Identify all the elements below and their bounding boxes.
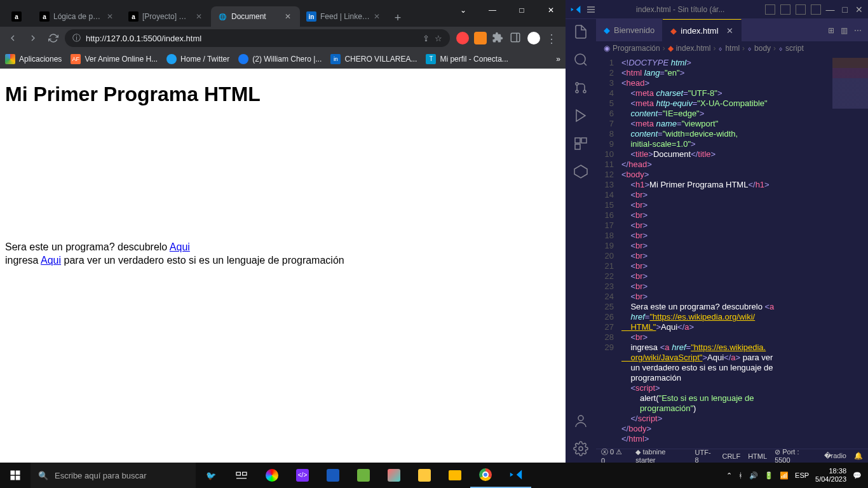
status-eol[interactable]: CRLF	[722, 452, 740, 460]
chrome-toolbar: ⓘ http://127.0.0.1:5500/index.html ⇪ ☆ ⋮	[0, 27, 566, 50]
taskbar-explorer-icon[interactable]	[440, 463, 470, 488]
taskbar-cortana-icon[interactable]: 🐦	[196, 463, 226, 488]
bookmark-item[interactable]: TMi perfil - Conecta...	[426, 54, 508, 64]
taskbar-app-icon[interactable]	[348, 463, 379, 488]
explorer-icon[interactable]	[573, 24, 588, 39]
chrome-minimize-icon[interactable]: —	[478, 0, 507, 20]
bookmark-star-icon[interactable]: ☆	[435, 34, 442, 43]
page-link-aqui[interactable]: Aqui	[41, 255, 61, 266]
account-icon[interactable]	[573, 413, 588, 428]
bookmarks-overflow-icon[interactable]: »	[556, 55, 560, 64]
compare-icon[interactable]: ⊞	[828, 26, 834, 35]
chrome-close-icon[interactable]: ✕	[536, 0, 566, 20]
svg-line-6	[584, 63, 587, 65]
status-errors[interactable]: ⓧ 0 ⚠ 0	[601, 447, 628, 464]
start-button[interactable]	[0, 463, 31, 488]
status-port[interactable]: ⊘ Port : 5500	[775, 448, 816, 464]
svg-point-15	[578, 416, 583, 421]
source-control-icon[interactable]	[573, 80, 588, 95]
tab-close-icon[interactable]: ✕	[374, 12, 383, 21]
site-info-icon[interactable]: ⓘ	[72, 32, 81, 44]
address-bar[interactable]: ⓘ http://127.0.0.1:5500/index.html ⇪ ☆	[65, 29, 450, 47]
svg-rect-18	[16, 471, 20, 475]
page-link-aqui[interactable]: Aqui	[170, 241, 190, 252]
favicon-icon: a	[11, 11, 22, 22]
reload-button[interactable]	[44, 29, 62, 47]
tabnine-icon[interactable]	[573, 164, 588, 179]
vscode-close-icon[interactable]: ✕	[855, 4, 863, 15]
vscode-maximize-icon[interactable]: □	[843, 4, 848, 15]
chrome-tab[interactable]: inFeed | LinkedIn✕	[300, 6, 389, 27]
extensions-icon[interactable]	[573, 136, 588, 151]
vscode-appmenu-icon[interactable]	[586, 4, 596, 15]
profile-avatar[interactable]	[527, 32, 540, 44]
vscode-tab-file[interactable]: ◆index.html✕	[663, 19, 741, 41]
extensions-area: ⋮	[452, 32, 562, 44]
status-encoding[interactable]: UTF-8	[695, 449, 715, 464]
apps-shortcut[interactable]: Aplicaciones	[5, 54, 62, 64]
taskbar-vscode-icon[interactable]	[501, 463, 531, 488]
taskbar-app-icon[interactable]	[318, 463, 348, 488]
bookmark-item[interactable]: Home / Twitter	[166, 54, 229, 64]
tray-notifications-icon[interactable]: 💬	[853, 471, 862, 480]
chrome-window: ⌄ — □ ✕ a aLógica de prog✕ a[Proyecto] H…	[0, 0, 566, 463]
vscode-breadcrumb[interactable]: ◉Programación› ◆index.html› ⬨html› ⬨body…	[596, 41, 868, 55]
bookmark-item[interactable]: (2) William Chero |...	[238, 54, 322, 64]
tray-bluetooth-icon[interactable]: ᚼ	[738, 471, 743, 479]
chrome-maximize-icon[interactable]: □	[507, 0, 536, 20]
tray-wifi-icon[interactable]: 📶	[780, 471, 789, 480]
tab-close-icon[interactable]: ✕	[107, 12, 116, 21]
taskbar-search[interactable]: 🔍Escribe aquí para buscar	[31, 463, 196, 488]
more-actions-icon[interactable]: ⋯	[854, 26, 862, 35]
bookmark-item[interactable]: AFVer Anime Online H...	[71, 54, 158, 64]
extension-metamask-icon[interactable]	[474, 32, 487, 44]
bookmark-item[interactable]: inCHERO VILLAREA...	[330, 54, 417, 64]
split-editor-icon[interactable]: ▥	[841, 26, 848, 35]
minimap[interactable]	[832, 58, 868, 109]
vscode-titlebar: index.html - Sin título (ár... — □ ✕	[566, 0, 868, 19]
chrome-tab-active[interactable]: 🌐Document✕	[211, 6, 300, 27]
tray-language[interactable]: ESP	[795, 471, 809, 479]
tray-chevron-icon[interactable]: ⌃	[726, 471, 732, 480]
search-icon[interactable]	[573, 52, 588, 67]
run-debug-icon[interactable]	[573, 108, 588, 123]
vscode-editor-tabs: ◆Bienvenido ◆index.html✕ ⊞ ▥ ⋯	[596, 19, 868, 41]
chrome-tab[interactable]: a[Proyecto] Haz✕	[122, 6, 211, 27]
vscode-minimize-icon[interactable]: —	[826, 4, 835, 15]
tray-battery-icon[interactable]: 🔋	[764, 471, 773, 480]
tab-title: Lógica de prog	[53, 12, 103, 21]
tab-close-icon[interactable]: ✕	[196, 12, 205, 21]
chrome-tab[interactable]: aLógica de prog✕	[33, 6, 122, 27]
tab-close-icon[interactable]: ✕	[285, 12, 294, 21]
taskbar-app-icon[interactable]	[379, 463, 409, 488]
side-panel-icon[interactable]	[510, 32, 522, 44]
chrome-menu-icon[interactable]: ⋮	[545, 32, 558, 44]
status-lang[interactable]: HTML	[748, 452, 767, 460]
status-feedback-icon[interactable]: �radio	[824, 452, 846, 460]
vscode-tab-welcome[interactable]: ◆Bienvenido	[596, 19, 663, 41]
extensions-puzzle-icon[interactable]	[492, 32, 505, 44]
taskbar-taskview-icon[interactable]	[226, 463, 257, 488]
extension-icon[interactable]	[456, 32, 469, 44]
settings-gear-icon[interactable]	[573, 441, 588, 456]
taskbar-app-icon[interactable]	[257, 463, 287, 488]
new-tab-button[interactable]: +	[389, 9, 407, 27]
favicon-icon: a	[128, 11, 139, 22]
back-button[interactable]	[4, 29, 22, 47]
vscode-code-editor[interactable]: 1234567891011121314151617181920212223242…	[596, 55, 868, 449]
status-bell-icon[interactable]: 🔔	[854, 452, 863, 460]
chrome-window-controls: ⌄ — □ ✕	[449, 0, 566, 20]
tab-close-icon[interactable]: ✕	[726, 26, 733, 36]
taskbar-chrome-icon[interactable]	[470, 463, 501, 488]
tray-volume-icon[interactable]: 🔊	[749, 471, 758, 480]
taskbar-app-icon[interactable]: </>	[287, 463, 318, 488]
taskbar-app-icon[interactable]	[409, 463, 440, 488]
chrome-tab[interactable]: a	[5, 6, 33, 27]
status-tabnine[interactable]: ◆ tabnine starter	[635, 448, 687, 464]
vscode-layout-controls[interactable]	[765, 4, 821, 15]
forward-button[interactable]	[24, 29, 42, 47]
globe-icon: 🌐	[217, 11, 227, 22]
tray-clock[interactable]: 18:385/04/2023	[815, 467, 846, 484]
share-icon[interactable]: ⇪	[423, 34, 430, 43]
chrome-tab-search-icon[interactable]: ⌄	[449, 0, 478, 20]
